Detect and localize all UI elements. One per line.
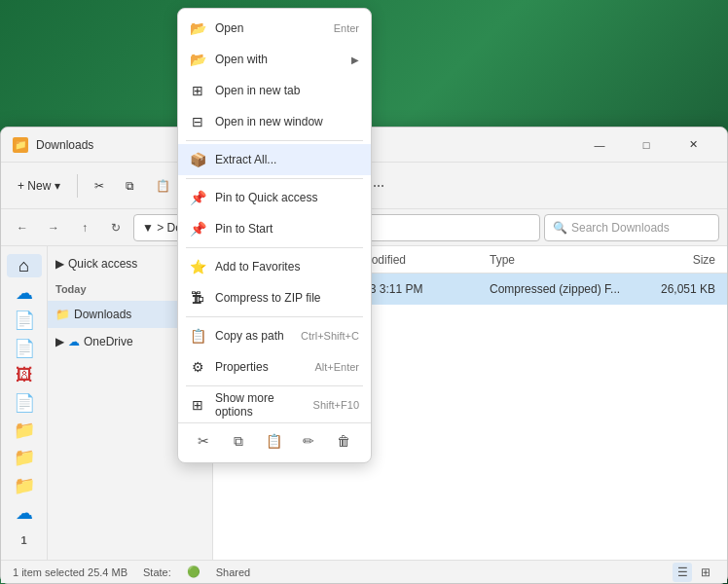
view-list-button[interactable]: ☰ — [673, 563, 692, 582]
ctx-show-more[interactable]: ⊞ Show more options Shift+F10 — [178, 389, 371, 420]
sidebar-item-orange1[interactable]: 📁 — [7, 446, 42, 469]
ctx-compress-icon: 🗜 — [190, 290, 205, 306]
new-button[interactable]: + New ▾ — [9, 173, 69, 199]
sidebar-item-red1[interactable]: 📄 — [7, 309, 42, 332]
ctx-open-new-tab[interactable]: ⊞ Open in new tab — [178, 75, 371, 106]
copy-icon: ⧉ — [126, 179, 134, 193]
ctx-open-label: Open — [215, 21, 324, 35]
nav-downloads-label: Downloads — [74, 308, 131, 321]
search-box[interactable]: 🔍 Search Downloads — [544, 214, 719, 241]
col-header-size: Size — [641, 253, 719, 267]
nav-downloads-icon: 📁 — [55, 308, 70, 321]
sidebar-item-img[interactable]: 🖼 — [7, 364, 42, 387]
ctx-compress-zip[interactable]: 🗜 Compress to ZIP file — [178, 282, 371, 313]
ctx-separator-4 — [186, 316, 363, 317]
more-icon: ⋯ — [373, 179, 384, 193]
ctx-open-new-window[interactable]: ⊟ Open in new window — [178, 106, 371, 137]
file-type: Compressed (zipped) F... — [486, 282, 641, 296]
close-button[interactable]: ✕ — [671, 130, 715, 160]
status-state-value: Shared — [216, 566, 250, 578]
ctx-open-icon: 📂 — [190, 20, 205, 36]
window-icon: 📁 — [13, 137, 28, 153]
paste-icon: 📋 — [156, 179, 170, 193]
ctx-bottom-copy[interactable]: ⧉ — [225, 427, 252, 455]
cut-button[interactable]: ✂ — [86, 173, 113, 199]
status-bar: 1 item selected 25.4 MB State: 🟢 Shared … — [1, 560, 727, 583]
cut-icon: ✂ — [94, 179, 104, 193]
status-item-count: 1 item selected 25.4 MB — [13, 566, 127, 578]
search-icon: 🔍 — [553, 221, 567, 235]
paste-button[interactable]: 📋 — [147, 173, 179, 199]
ctx-extract-label: Extract All... — [215, 153, 359, 166]
ctx-open[interactable]: 📂 Open Enter — [178, 13, 371, 44]
ctx-properties-shortcut: Alt+Enter — [314, 361, 359, 373]
ctx-pin-quick-icon: 📌 — [190, 190, 205, 205]
toolbar-separator-1 — [77, 174, 78, 198]
ctx-show-more-label: Show more options — [215, 391, 304, 419]
ctx-properties-label: Properties — [215, 360, 305, 374]
status-state-label: State: — [143, 566, 171, 578]
ctx-show-more-shortcut: Shift+F10 — [313, 399, 359, 411]
sidebar-item-red2[interactable]: 📄 — [7, 337, 42, 360]
back-button[interactable]: ← — [9, 214, 36, 241]
view-toggle: ☰ ⊞ — [673, 563, 715, 582]
ctx-extract-icon: 📦 — [190, 152, 205, 167]
nav-quick-label: Quick access — [68, 257, 137, 271]
ctx-copy-as-path-icon: 📋 — [190, 328, 205, 344]
ctx-separator-5 — [186, 385, 363, 386]
ctx-pin-quick-label: Pin to Quick access — [215, 191, 359, 204]
sidebar-item-onedrive2[interactable]: ☁ — [7, 501, 42, 525]
ctx-extract-all[interactable]: 📦 Extract All... — [178, 144, 371, 175]
ctx-pin-quick[interactable]: 📌 Pin to Quick access — [178, 182, 371, 213]
ctx-properties-icon: ⚙ — [190, 359, 205, 375]
col-header-type: Type — [486, 253, 641, 267]
ctx-add-favorites[interactable]: ⭐ Add to Favorites — [178, 251, 371, 282]
ctx-open-with-label: Open with — [215, 53, 342, 66]
ctx-pin-start[interactable]: 📌 Pin to Start — [178, 213, 371, 244]
sidebar-item-home[interactable]: ⌂ — [7, 254, 42, 277]
new-button-label: + New — [18, 179, 51, 193]
ctx-bottom-cut[interactable]: ✂ — [190, 427, 217, 455]
ctx-compress-label: Compress to ZIP file — [215, 291, 359, 305]
ctx-add-favorites-icon: ⭐ — [190, 259, 205, 274]
sidebar: ⌂ ☁ 📄 📄 🖼 📄 📁 📁 📁 ☁ 1 — [1, 246, 48, 560]
sidebar-item-onedrive[interactable]: ☁ — [7, 281, 42, 305]
ctx-open-with-icon: 📂 — [190, 52, 205, 67]
ctx-separator-3 — [186, 247, 363, 248]
nav-arrow-quick: ▶ — [55, 257, 64, 271]
ctx-bottom-paste[interactable]: 📋 — [260, 427, 287, 455]
ctx-copy-as-path-shortcut: Ctrl+Shift+C — [301, 330, 359, 342]
sidebar-item-count[interactable]: 1 — [7, 529, 42, 552]
forward-button[interactable]: → — [40, 214, 67, 241]
nav-onedrive-label: OneDrive — [84, 335, 133, 348]
ctx-open-new-window-icon: ⊟ — [190, 114, 205, 129]
ctx-open-shortcut: Enter — [334, 22, 359, 34]
nav-arrow-onedrive: ▶ — [55, 335, 64, 348]
copy-button[interactable]: ⧉ — [117, 173, 143, 199]
ctx-open-new-window-label: Open in new window — [215, 115, 359, 128]
context-menu: 📂 Open Enter 📂 Open with ▶ ⊞ Open in new… — [177, 8, 372, 463]
status-state-icon: 🟢 — [187, 566, 200, 578]
sidebar-item-orange2[interactable]: 📁 — [7, 474, 42, 497]
minimize-button[interactable]: — — [577, 130, 622, 160]
ctx-bottom-bar: ✂ ⧉ 📋 ✏ 🗑 — [178, 422, 371, 458]
desktop: 📁 Downloads — □ ✕ + New ▾ ✂ ⧉ 📋 — [0, 0, 728, 584]
maximize-button[interactable]: □ — [624, 130, 669, 160]
sidebar-item-purple[interactable]: 📁 — [7, 419, 42, 442]
ctx-bottom-delete[interactable]: 🗑 — [330, 427, 357, 455]
ctx-properties[interactable]: ⚙ Properties Alt+Enter — [178, 351, 371, 383]
nav-today-label: Today — [55, 283, 87, 295]
ctx-open-new-tab-label: Open in new tab — [215, 84, 359, 97]
ctx-open-with[interactable]: 📂 Open with ▶ — [178, 44, 371, 75]
up-button[interactable]: ↑ — [71, 214, 98, 241]
sidebar-item-red3[interactable]: 📄 — [7, 391, 42, 415]
view-details-button[interactable]: ⊞ — [696, 563, 715, 582]
ctx-copy-as-path-label: Copy as path — [215, 329, 291, 343]
ctx-pin-start-icon: 📌 — [190, 221, 205, 237]
refresh-button[interactable]: ↻ — [102, 214, 129, 241]
ctx-bottom-rename[interactable]: ✏ — [295, 427, 322, 455]
nav-onedrive-icon: ☁ — [68, 335, 80, 348]
ctx-show-more-icon: ⊞ — [190, 397, 205, 413]
ctx-pin-start-label: Pin to Start — [215, 222, 359, 236]
ctx-copy-as-path[interactable]: 📋 Copy as path Ctrl+Shift+C — [178, 320, 371, 351]
